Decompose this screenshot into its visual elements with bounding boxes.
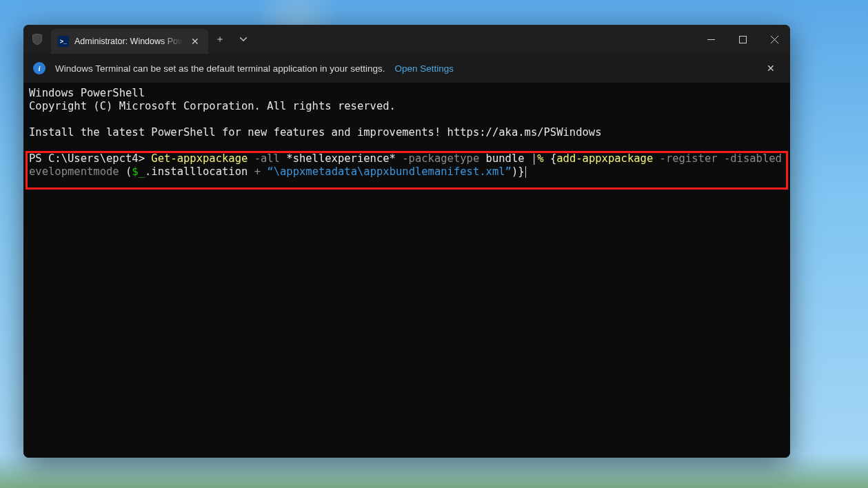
text-cursor [525,166,526,178]
cmd-string-path: “\appxmetadata\appxbundlemanifest.xml” [267,165,512,178]
banner-line-2: Copyright (C) Microsoft Corporation. All… [29,100,396,112]
install-hint: Install the latest PowerShell for new fe… [29,126,602,139]
infobar-close-button[interactable]: ✕ [761,63,780,74]
terminal-content[interactable]: Windows PowerShell Copyright (C) Microso… [23,83,790,458]
cmd-paren-open: ( [125,165,132,178]
powershell-icon: >_ [58,36,69,47]
cmd-get-appxpackage: Get-appxpackage [151,152,248,165]
tab-title: Administrator: Windows PowerShell [74,37,183,46]
cmd-installlocation: installlocation [151,165,248,178]
banner-line-1: Windows PowerShell [29,87,145,99]
cmd-brace-open: { [550,152,556,165]
svg-rect-1 [739,36,746,43]
terminal-window: >_ Administrator: Windows PowerShell ✕ ＋… [23,25,790,458]
cmd-param-packagetype: -packagetype [396,152,486,165]
cmd-pipe: | [531,152,537,165]
cmd-dot: . [145,165,151,178]
admin-shield-icon [23,25,51,54]
close-button[interactable] [758,25,790,54]
tab-close-button[interactable]: ✕ [189,36,201,47]
info-bar: i Windows Terminal can be set as the def… [23,54,790,83]
cmd-dollar-underscore: $_ [132,165,145,178]
cmd-close: )} [512,165,525,178]
tab-powershell[interactable]: >_ Administrator: Windows PowerShell ✕ [51,29,208,54]
info-icon: i [33,62,46,74]
cmd-param-all: -all [248,152,286,165]
info-message: Windows Terminal can be set as the defau… [55,63,385,74]
cmd-bundle: bundle [486,152,531,165]
cmd-plus: + [248,165,267,178]
titlebar[interactable]: >_ Administrator: Windows PowerShell ✕ ＋ [23,25,790,54]
prompt: PS C:\Users\epct4> [29,152,151,165]
titlebar-drag-region[interactable] [255,25,695,54]
new-tab-button[interactable]: ＋ [208,25,232,54]
maximize-button[interactable] [727,25,758,54]
minimize-button[interactable] [695,25,727,54]
wallpaper-grass [0,454,868,488]
open-settings-link[interactable]: Open Settings [395,63,454,74]
tab-dropdown-button[interactable] [232,25,255,54]
cmd-filter: *shellexperience* [286,152,396,165]
cmd-percent: % [537,152,550,165]
cmd-add-appxpackage: add-appxpackage [556,152,653,165]
